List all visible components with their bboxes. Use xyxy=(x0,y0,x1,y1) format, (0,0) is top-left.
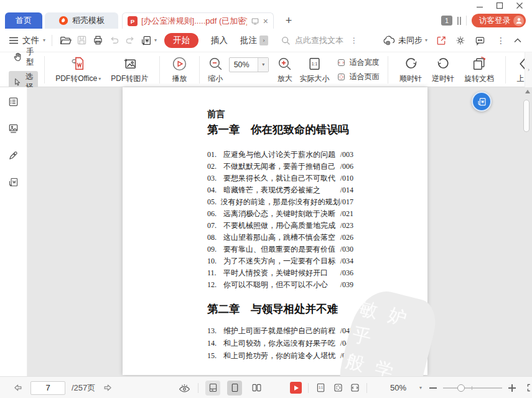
zoom-plus-button[interactable] xyxy=(508,384,516,392)
redo-button[interactable] xyxy=(122,32,138,49)
hand-tool-button[interactable]: 手型 xyxy=(9,46,38,69)
fullscreen-icon[interactable] xyxy=(526,382,532,393)
scroll-view-icon[interactable] xyxy=(205,381,220,396)
find-text-button[interactable]: 点此查找文本 ⋮ xyxy=(281,35,358,46)
zoom-slider-knob[interactable] xyxy=(457,384,465,392)
rotate-document-icon xyxy=(471,55,488,72)
zoom-level-combobox[interactable]: 50% ▾ xyxy=(229,57,269,72)
window-list-badge[interactable]: 1 xyxy=(441,16,452,26)
tab-document[interactable]: P [办公室潜规则].....pdf (已加密) × xyxy=(122,12,274,29)
ribbon-tab-comment[interactable]: 批注 › xyxy=(240,35,268,46)
actual-size-button[interactable]: 1:1 实际大小 xyxy=(294,55,334,84)
single-page-view-icon[interactable] xyxy=(227,381,242,396)
next-page-icon[interactable] xyxy=(101,382,113,394)
doc-preface-heading: 前言 xyxy=(207,108,225,120)
page-number-input[interactable] xyxy=(30,381,65,395)
print-button[interactable] xyxy=(90,32,106,49)
ribbon-tabs: 开始 插入 批注 › xyxy=(164,33,268,48)
share-button[interactable] xyxy=(436,35,447,46)
chevron-down-icon: ▾ xyxy=(98,76,101,82)
detach-window-icon[interactable] xyxy=(251,17,259,26)
autoplay-button[interactable] xyxy=(290,382,302,394)
page-total-label: /257页 xyxy=(72,382,95,394)
zoom-in-button[interactable]: 放大 xyxy=(275,55,294,84)
zoom-out-icon xyxy=(207,55,224,72)
svg-text:P: P xyxy=(131,17,135,24)
rotate-ccw-icon xyxy=(435,55,452,72)
undo-button[interactable] xyxy=(106,32,122,49)
toc-row: 07. 不要机械照做，用心高质量地完成 /023 xyxy=(207,220,353,232)
folder-open-icon xyxy=(59,34,72,47)
scroll-up-icon[interactable] xyxy=(525,90,530,93)
signature-pen-icon[interactable] xyxy=(6,147,22,163)
titlebar-right: 1 访客登录 xyxy=(441,14,526,27)
ribbon-expand-icon[interactable]: › xyxy=(525,52,532,87)
pdf-to-office-button[interactable]: PDF转Office▾ xyxy=(50,55,106,84)
collapse-ribbon-icon[interactable] xyxy=(513,37,522,44)
minimize-icon[interactable] xyxy=(471,0,488,11)
fit-page-status-icon[interactable] xyxy=(333,382,343,393)
outline-panel-icon[interactable] xyxy=(6,93,22,110)
pdf-to-image-button[interactable]: PDF转图片 xyxy=(106,55,153,84)
new-tab-button[interactable]: + xyxy=(281,13,296,28)
tab-home[interactable]: 首页 xyxy=(5,12,42,29)
printer-icon xyxy=(92,34,104,46)
comment-expand-badge[interactable]: › xyxy=(259,36,268,45)
rotate-counterclockwise-button[interactable]: 逆时针 xyxy=(427,55,459,84)
convert-to-word-float-button[interactable] xyxy=(472,92,492,111)
save-button[interactable] xyxy=(73,32,90,49)
toc-row: 10. 为了不迷失方向，一定要有个目标 /034 xyxy=(207,255,353,267)
play-circle-icon xyxy=(171,55,188,72)
chevron-down-icon[interactable]: ▾ xyxy=(258,58,268,72)
fit-page-icon xyxy=(337,72,346,82)
tab-docer[interactable]: 稻壳模板 xyxy=(45,12,118,29)
search-options-icon[interactable]: ⋮ xyxy=(350,36,358,45)
close-tab-icon[interactable]: × xyxy=(263,16,268,26)
eye-protect-icon[interactable] xyxy=(178,382,191,394)
open-file-button[interactable] xyxy=(57,32,73,49)
cursor-arrow-icon xyxy=(12,77,22,87)
chevron-down-icon[interactable]: ▾ xyxy=(154,37,157,43)
redo-icon xyxy=(124,34,136,46)
feedback-comment-icon[interactable] xyxy=(474,35,486,46)
ribbon-toolbar: 手型 选择 PDF转Office▾ PDF转图片 播放 缩小 50% ▾ 放大 … xyxy=(0,52,532,87)
actual-size-status-icon[interactable]: 1:1 xyxy=(315,382,327,394)
status-bar: /257页 1:1 50% ▾ xyxy=(0,376,532,398)
svg-text:1:1: 1:1 xyxy=(312,62,318,66)
settings-gear-icon[interactable] xyxy=(455,35,466,46)
fit-width-button[interactable]: 适合宽度 xyxy=(337,57,379,68)
zoom-menu-caret-icon[interactable]: ▾ xyxy=(419,385,422,391)
facing-pages-view-icon[interactable] xyxy=(249,381,264,396)
avatar-icon xyxy=(513,16,524,26)
svg-text:1:1: 1:1 xyxy=(319,386,323,389)
thumbnail-panel-icon[interactable] xyxy=(6,120,22,136)
vertical-scrollbar-thumb[interactable] xyxy=(523,100,530,132)
zoom-slider[interactable] xyxy=(443,384,502,392)
hamburger-icon xyxy=(9,37,19,44)
ribbon-tab-start[interactable]: 开始 xyxy=(164,33,198,48)
export-word-button[interactable] xyxy=(138,32,154,49)
guest-login-button[interactable]: 访客登录 xyxy=(472,14,526,27)
export-word-panel-icon[interactable] xyxy=(6,174,22,190)
rotate-document-button[interactable]: 旋转文档 xyxy=(459,55,499,84)
play-button[interactable]: 播放 xyxy=(166,55,193,84)
toc-row: 14. 和上司较劲，你永远没有好果子吃 /048 xyxy=(207,337,353,349)
fit-page-button[interactable]: 适合页面 xyxy=(337,72,379,82)
maximize-icon[interactable] xyxy=(491,0,508,11)
undo-icon xyxy=(108,34,120,46)
close-window-icon[interactable] xyxy=(511,0,528,11)
zoom-out-button[interactable]: 缩小 xyxy=(206,55,225,84)
zoom-minus-button[interactable] xyxy=(429,387,437,389)
fit-width-status-icon[interactable] xyxy=(350,382,360,393)
document-area: 前言 第一章 你在犯致命的错误吗 01. 应避免与他人讨论关于薪水的问题 /00… xyxy=(0,87,532,376)
ribbon-tab-insert[interactable]: 插入 xyxy=(211,35,228,46)
more-menu-icon[interactable]: ⋮ xyxy=(497,36,505,45)
toc-row: 03. 要想呆得长久，就让自己不可取代 /010 xyxy=(207,173,353,184)
tab-bar: 首页 稻壳模板 P [办公室潜规则].....pdf (已加密) × + xyxy=(5,12,296,29)
pdf-page[interactable]: 前言 第一章 你在犯致命的错误吗 01. 应避免与他人讨论关于薪水的问题 /00… xyxy=(123,87,427,375)
zoom-level-value: 50% xyxy=(230,58,258,72)
previous-page-icon[interactable] xyxy=(12,382,24,394)
window-list-icon[interactable] xyxy=(457,17,461,25)
sync-status-button[interactable]: 未同步 ▾ xyxy=(382,35,427,46)
rotate-clockwise-button[interactable]: 顺时针 xyxy=(394,55,427,84)
